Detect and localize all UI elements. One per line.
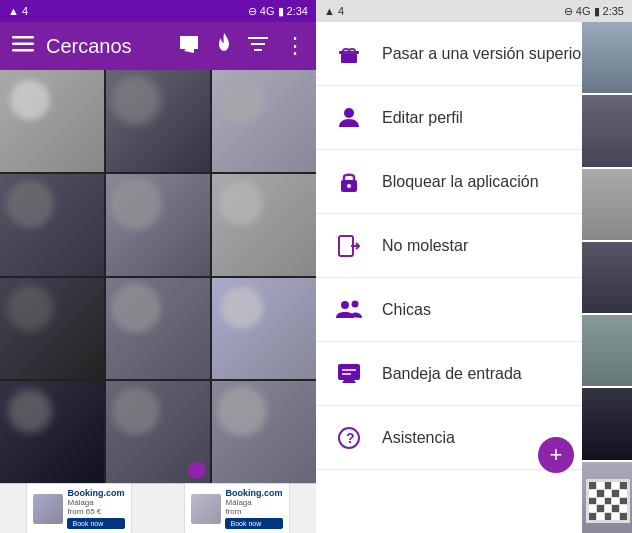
ad-image-2 [191,494,221,524]
strip-cell-6 [582,388,632,459]
photo-grid [0,70,316,483]
ad-content-1: Booking.com Málaga from 65 € Book now [67,488,124,529]
inbox-label: Bandeja de entrada [382,365,522,383]
do-not-disturb-label: No molestar [382,237,468,255]
help-label: Asistencia [382,429,455,447]
left-signal: ▲ 4 [8,5,28,17]
edit-profile-label: Editar perfil [382,109,463,127]
chat-inbox-icon [336,361,362,387]
lock-icon [336,169,362,195]
qr-code [586,479,630,523]
photo-cell-6[interactable] [212,174,316,276]
photo-cell-4[interactable] [0,174,104,276]
photo-cell-1[interactable] [0,70,104,172]
photo-cell-9[interactable] [212,278,316,380]
book-now-btn-1[interactable]: Book now [67,518,124,529]
exit-icon [336,233,362,259]
app-title: Cercanos [46,35,166,58]
chat-icon[interactable] [178,34,200,59]
app-bar: Cercanos ⋮ [0,22,316,70]
strip-cell-5 [582,315,632,386]
ad-image-1 [33,494,63,524]
ad-from-2: from [225,507,282,516]
ad-city-1: Málaga [67,498,124,507]
svg-rect-14 [339,236,353,256]
people-icon [336,297,362,323]
svg-point-16 [352,300,359,307]
right-status-bar: ▲ 4 ⊖ 4G ▮ 2:35 [316,0,632,22]
svg-text:?: ? [346,430,355,446]
left-panel: ▲ 4 ⊖ 4G ▮ 2:34 Cercanos [0,0,316,533]
more-icon[interactable]: ⋮ [284,33,304,59]
ad-price-1: from 65 € [67,507,124,516]
strip-cell-2 [582,95,632,166]
photo-cell-10[interactable] [0,381,104,483]
block-app-label: Bloquear la aplicación [382,173,539,191]
online-indicator [188,461,206,479]
ad-banner: Booking.com Málaga from 65 € Book now Bo… [0,483,316,533]
svg-rect-0 [12,36,34,39]
upgrade-label: Pasar a una versión superior [382,45,587,63]
book-now-btn-2[interactable]: Book now [225,518,282,529]
svg-rect-2 [12,49,34,52]
svg-point-13 [347,184,351,188]
photo-cell-7[interactable] [0,278,104,380]
svg-point-15 [341,301,349,309]
left-status-icons: ⊖ 4G ▮ 2:34 [248,5,308,18]
booking-logo-1: Booking.com [67,488,124,498]
svg-rect-1 [12,42,34,45]
right-photo-strip [582,22,632,533]
ad-content-2: Booking.com Málaga from Book now [225,488,282,529]
photo-cell-8[interactable] [106,278,210,380]
ad-city-2: Málaga [225,498,282,507]
right-signal: ▲ 4 [324,5,344,17]
right-status-left: ▲ 4 [324,5,344,17]
booking-logo-2: Booking.com [225,488,282,498]
photo-cell-2[interactable] [106,70,210,172]
strip-cell-3 [582,169,632,240]
filter-icon[interactable] [248,35,268,58]
left-status-right: ⊖ 4G ▮ 2:34 [248,5,308,18]
svg-rect-17 [338,364,360,380]
add-button[interactable]: + [538,437,574,473]
menu-icon[interactable] [12,36,34,57]
photo-cell-11[interactable] [106,381,210,483]
photo-cell-5[interactable] [106,174,210,276]
girls-label: Chicas [382,301,431,319]
ad-item-1[interactable]: Booking.com Málaga from 65 € Book now [26,483,131,533]
svg-point-11 [344,108,354,118]
photo-cell-12[interactable] [212,381,316,483]
strip-cell-4 [582,242,632,313]
left-status-left: ▲ 4 [8,5,28,17]
gift-icon [336,41,362,67]
person-icon [336,105,362,131]
app-bar-actions: ⋮ [178,33,304,60]
ad-item-2[interactable]: Booking.com Málaga from Book now [184,483,289,533]
strip-cell-1 [582,22,632,93]
help-icon: ? [336,425,362,451]
right-panel: ▲ 4 ⊖ 4G ▮ 2:35 + [316,0,632,533]
right-status-right: ⊖ 4G ▮ 2:35 [564,5,624,18]
fire-icon[interactable] [216,33,232,60]
photo-cell-3[interactable] [212,70,316,172]
left-status-bar: ▲ 4 ⊖ 4G ▮ 2:34 [0,0,316,22]
right-status-icons: ⊖ 4G ▮ 2:35 [564,5,624,18]
